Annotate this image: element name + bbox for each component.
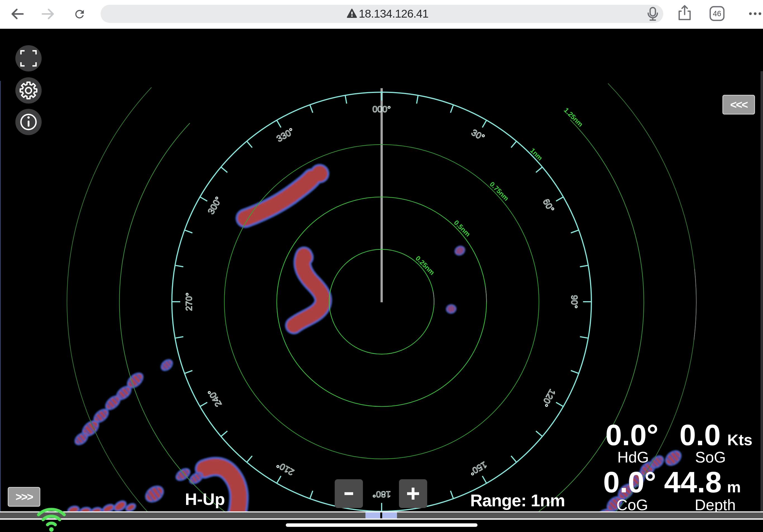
- svg-text:>>>: >>>: [15, 491, 33, 503]
- svg-text:HdG: HdG: [617, 449, 649, 466]
- svg-text:270°: 270°: [184, 293, 194, 311]
- svg-text:H-Up: H-Up: [185, 490, 225, 508]
- svg-text:Depth: Depth: [695, 496, 736, 514]
- svg-text:<<<: <<<: [730, 99, 748, 111]
- svg-text:46: 46: [713, 10, 721, 18]
- svg-text:0.0: 0.0: [680, 418, 720, 451]
- svg-text:0.0°: 0.0°: [605, 418, 659, 451]
- svg-text:44.8: 44.8: [664, 466, 722, 498]
- svg-text:180°: 180°: [373, 489, 391, 499]
- svg-text:SoG: SoG: [695, 449, 726, 466]
- svg-text:Range: 1nm: Range: 1nm: [470, 491, 565, 510]
- svg-text:CoG: CoG: [616, 496, 648, 514]
- svg-text:000°: 000°: [373, 104, 391, 114]
- svg-text:m: m: [727, 478, 741, 496]
- svg-text:Kts: Kts: [727, 431, 752, 449]
- svg-text:0.0°: 0.0°: [603, 466, 656, 498]
- svg-text:90°: 90°: [569, 295, 580, 309]
- svg-text:18.134.126.41: 18.134.126.41: [359, 7, 428, 20]
